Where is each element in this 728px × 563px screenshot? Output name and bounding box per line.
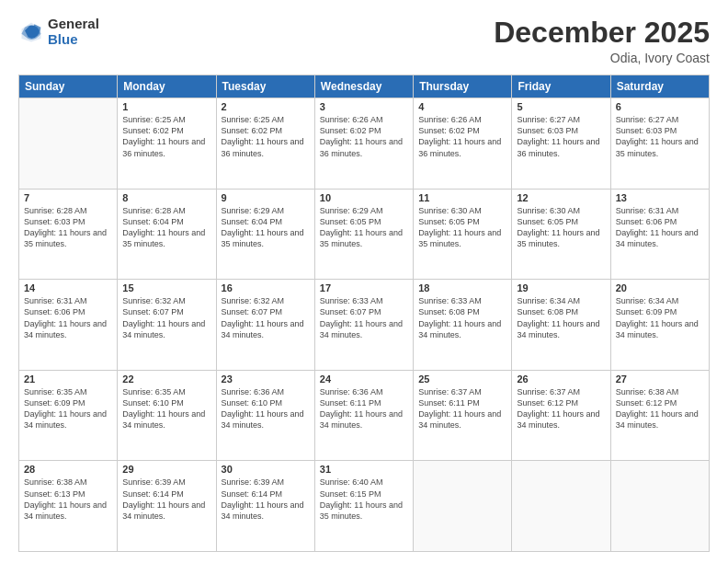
calendar-cell: 1Sunrise: 6:25 AMSunset: 6:02 PMDaylight… bbox=[118, 98, 216, 190]
day-detail: Sunrise: 6:39 AMSunset: 6:14 PMDaylight:… bbox=[122, 477, 210, 522]
weekday-header-monday: Monday bbox=[118, 75, 216, 98]
day-number: 3 bbox=[320, 101, 408, 112]
day-detail: Sunrise: 6:28 AMSunset: 6:04 PMDaylight:… bbox=[122, 205, 210, 250]
weekday-header-saturday: Saturday bbox=[610, 75, 709, 98]
day-detail: Sunrise: 6:27 AMSunset: 6:03 PMDaylight:… bbox=[616, 114, 704, 159]
calendar-cell: 14Sunrise: 6:31 AMSunset: 6:06 PMDayligh… bbox=[19, 280, 118, 371]
weekday-header-friday: Friday bbox=[512, 75, 610, 98]
day-detail: Sunrise: 6:31 AMSunset: 6:06 PMDaylight:… bbox=[616, 205, 704, 250]
day-number: 8 bbox=[122, 192, 210, 203]
day-number: 18 bbox=[418, 282, 506, 293]
calendar-cell: 5Sunrise: 6:27 AMSunset: 6:03 PMDaylight… bbox=[512, 98, 610, 190]
day-number: 11 bbox=[418, 192, 506, 203]
day-number: 5 bbox=[517, 101, 605, 112]
day-number: 1 bbox=[122, 101, 210, 112]
calendar-cell bbox=[414, 461, 512, 552]
calendar-cell: 4Sunrise: 6:26 AMSunset: 6:02 PMDaylight… bbox=[414, 98, 512, 190]
calendar-cell: 17Sunrise: 6:33 AMSunset: 6:07 PMDayligh… bbox=[314, 280, 413, 371]
day-number: 29 bbox=[122, 464, 210, 475]
calendar-cell: 16Sunrise: 6:32 AMSunset: 6:07 PMDayligh… bbox=[216, 280, 314, 371]
logo-text: General Blue bbox=[48, 17, 99, 47]
day-detail: Sunrise: 6:35 AMSunset: 6:10 PMDaylight:… bbox=[122, 386, 210, 431]
day-detail: Sunrise: 6:25 AMSunset: 6:02 PMDaylight:… bbox=[222, 114, 310, 159]
day-number: 31 bbox=[320, 464, 408, 475]
calendar-cell bbox=[512, 461, 610, 552]
day-detail: Sunrise: 6:26 AMSunset: 6:02 PMDaylight:… bbox=[320, 114, 408, 159]
logo-icon bbox=[18, 19, 44, 45]
calendar-cell: 29Sunrise: 6:39 AMSunset: 6:14 PMDayligh… bbox=[118, 461, 216, 552]
day-detail: Sunrise: 6:31 AMSunset: 6:06 PMDaylight:… bbox=[24, 295, 112, 340]
week-row-1: 1Sunrise: 6:25 AMSunset: 6:02 PMDaylight… bbox=[19, 98, 710, 190]
location-subtitle: Odia, Ivory Coast bbox=[494, 51, 710, 65]
calendar-cell: 9Sunrise: 6:29 AMSunset: 6:04 PMDaylight… bbox=[216, 189, 314, 280]
day-detail: Sunrise: 6:33 AMSunset: 6:07 PMDaylight:… bbox=[320, 295, 408, 340]
day-number: 17 bbox=[320, 282, 408, 293]
calendar-cell: 23Sunrise: 6:36 AMSunset: 6:10 PMDayligh… bbox=[216, 370, 314, 461]
calendar-cell: 22Sunrise: 6:35 AMSunset: 6:10 PMDayligh… bbox=[118, 370, 216, 461]
main-title: December 2025 bbox=[494, 17, 710, 49]
day-detail: Sunrise: 6:32 AMSunset: 6:07 PMDaylight:… bbox=[222, 295, 310, 340]
day-detail: Sunrise: 6:34 AMSunset: 6:09 PMDaylight:… bbox=[616, 295, 704, 340]
weekday-header-row: SundayMondayTuesdayWednesdayThursdayFrid… bbox=[19, 75, 710, 98]
day-number: 2 bbox=[222, 101, 310, 112]
day-detail: Sunrise: 6:37 AMSunset: 6:12 PMDaylight:… bbox=[517, 386, 605, 431]
day-number: 15 bbox=[122, 282, 210, 293]
calendar-cell: 28Sunrise: 6:38 AMSunset: 6:13 PMDayligh… bbox=[19, 461, 118, 552]
day-detail: Sunrise: 6:29 AMSunset: 6:05 PMDaylight:… bbox=[320, 205, 408, 250]
weekday-header-tuesday: Tuesday bbox=[216, 75, 314, 98]
day-detail: Sunrise: 6:33 AMSunset: 6:08 PMDaylight:… bbox=[418, 295, 506, 340]
page: General Blue December 2025 Odia, Ivory C… bbox=[0, 0, 728, 563]
day-number: 19 bbox=[517, 282, 605, 293]
calendar-cell bbox=[610, 461, 709, 552]
calendar-cell: 26Sunrise: 6:37 AMSunset: 6:12 PMDayligh… bbox=[512, 370, 610, 461]
calendar-cell: 11Sunrise: 6:30 AMSunset: 6:05 PMDayligh… bbox=[414, 189, 512, 280]
calendar-cell: 30Sunrise: 6:39 AMSunset: 6:14 PMDayligh… bbox=[216, 461, 314, 552]
calendar-cell: 3Sunrise: 6:26 AMSunset: 6:02 PMDaylight… bbox=[314, 98, 413, 190]
week-row-5: 28Sunrise: 6:38 AMSunset: 6:13 PMDayligh… bbox=[19, 461, 710, 552]
calendar-cell: 2Sunrise: 6:25 AMSunset: 6:02 PMDaylight… bbox=[216, 98, 314, 190]
day-number: 21 bbox=[24, 373, 112, 385]
day-number: 25 bbox=[418, 373, 506, 385]
day-number: 4 bbox=[418, 101, 506, 112]
header: General Blue December 2025 Odia, Ivory C… bbox=[18, 17, 710, 65]
day-number: 7 bbox=[24, 192, 112, 203]
logo-general: General bbox=[48, 17, 99, 32]
week-row-3: 14Sunrise: 6:31 AMSunset: 6:06 PMDayligh… bbox=[19, 280, 710, 371]
day-number: 23 bbox=[222, 373, 310, 385]
calendar-cell: 24Sunrise: 6:36 AMSunset: 6:11 PMDayligh… bbox=[314, 370, 413, 461]
logo: General Blue bbox=[18, 17, 99, 47]
day-detail: Sunrise: 6:35 AMSunset: 6:09 PMDaylight:… bbox=[24, 386, 112, 431]
day-detail: Sunrise: 6:38 AMSunset: 6:13 PMDaylight:… bbox=[24, 477, 112, 522]
day-number: 13 bbox=[616, 192, 704, 203]
day-detail: Sunrise: 6:34 AMSunset: 6:08 PMDaylight:… bbox=[517, 295, 605, 340]
calendar-cell: 8Sunrise: 6:28 AMSunset: 6:04 PMDaylight… bbox=[118, 189, 216, 280]
weekday-header-sunday: Sunday bbox=[19, 75, 118, 98]
day-detail: Sunrise: 6:38 AMSunset: 6:12 PMDaylight:… bbox=[616, 386, 704, 431]
title-block: December 2025 Odia, Ivory Coast bbox=[494, 17, 710, 65]
calendar-cell: 19Sunrise: 6:34 AMSunset: 6:08 PMDayligh… bbox=[512, 280, 610, 371]
day-number: 9 bbox=[222, 192, 310, 203]
calendar-cell: 7Sunrise: 6:28 AMSunset: 6:03 PMDaylight… bbox=[19, 189, 118, 280]
day-number: 16 bbox=[222, 282, 310, 293]
calendar-cell: 10Sunrise: 6:29 AMSunset: 6:05 PMDayligh… bbox=[314, 189, 413, 280]
day-number: 12 bbox=[517, 192, 605, 203]
day-number: 30 bbox=[222, 464, 310, 475]
day-detail: Sunrise: 6:28 AMSunset: 6:03 PMDaylight:… bbox=[24, 205, 112, 250]
day-number: 28 bbox=[24, 464, 112, 475]
weekday-header-thursday: Thursday bbox=[414, 75, 512, 98]
day-detail: Sunrise: 6:39 AMSunset: 6:14 PMDaylight:… bbox=[222, 477, 310, 522]
day-number: 24 bbox=[320, 373, 408, 385]
day-number: 20 bbox=[616, 282, 704, 293]
logo-blue: Blue bbox=[48, 32, 99, 48]
calendar-cell: 18Sunrise: 6:33 AMSunset: 6:08 PMDayligh… bbox=[414, 280, 512, 371]
day-detail: Sunrise: 6:40 AMSunset: 6:15 PMDaylight:… bbox=[320, 477, 408, 522]
day-detail: Sunrise: 6:29 AMSunset: 6:04 PMDaylight:… bbox=[222, 205, 310, 250]
calendar-cell: 20Sunrise: 6:34 AMSunset: 6:09 PMDayligh… bbox=[610, 280, 709, 371]
day-number: 26 bbox=[517, 373, 605, 385]
calendar-cell: 13Sunrise: 6:31 AMSunset: 6:06 PMDayligh… bbox=[610, 189, 709, 280]
week-row-4: 21Sunrise: 6:35 AMSunset: 6:09 PMDayligh… bbox=[19, 370, 710, 461]
calendar-cell: 6Sunrise: 6:27 AMSunset: 6:03 PMDaylight… bbox=[610, 98, 709, 190]
calendar-cell bbox=[19, 98, 118, 190]
day-detail: Sunrise: 6:26 AMSunset: 6:02 PMDaylight:… bbox=[418, 114, 506, 159]
day-number: 27 bbox=[616, 373, 704, 385]
